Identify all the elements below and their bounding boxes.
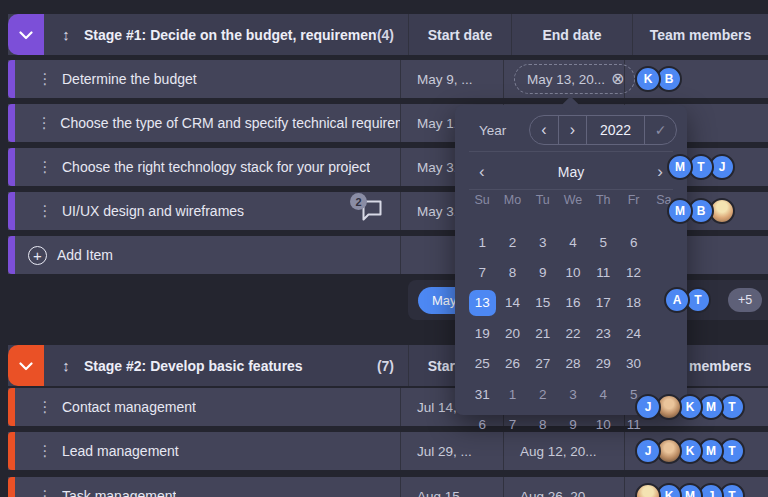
avatar[interactable]: J [635, 438, 661, 464]
calendar-day[interactable]: 30 [618, 349, 648, 379]
calendar-day[interactable]: 28 [558, 349, 588, 379]
row-menu-icon[interactable]: ⋮ [36, 442, 54, 460]
start-date-value[interactable]: May 9, ... [417, 72, 473, 87]
avatar-photo[interactable] [635, 483, 661, 497]
month-name: May [455, 164, 687, 180]
avatar-overflow-badge[interactable]: +5 [728, 288, 762, 312]
calendar-day[interactable]: 4 [588, 379, 618, 409]
calendar-day[interactable]: 26 [497, 349, 527, 379]
task-name[interactable]: UI/UX design and wireframes [62, 203, 244, 219]
avatar[interactable]: J [635, 394, 661, 420]
task-name[interactable]: Choose the right technology stack for yo… [62, 159, 370, 175]
task-name[interactable]: Contact management [62, 399, 196, 415]
popup-caret [561, 96, 579, 114]
calendar-day[interactable]: 6 [467, 409, 497, 439]
weekday-label: We [558, 193, 588, 207]
calendar-day[interactable]: 25 [467, 349, 497, 379]
task-name[interactable]: Task management [62, 488, 176, 497]
drag-handle-icon[interactable]: ↕ [58, 26, 74, 43]
weekday-label: Fr [618, 193, 648, 207]
calendar-day[interactable]: 20 [497, 318, 527, 348]
column-header-team-members[interactable]: Team members [633, 14, 768, 55]
date-picker-popup: Year ‹ › 2022 ✓ ‹ May › SuMoTuWeThFrSa 1… [455, 105, 687, 415]
team-members-cell: KB [625, 60, 760, 98]
calendar-day[interactable]: 11 [588, 257, 618, 287]
calendar-day[interactable]: 8 [528, 409, 558, 439]
chat-count-badge: 2 [350, 193, 367, 210]
calendar-day[interactable]: 19 [467, 318, 497, 348]
add-item-label: Add Item [57, 247, 113, 263]
year-input[interactable]: 2022 [586, 116, 644, 144]
calendar-day[interactable]: 22 [558, 318, 588, 348]
row-menu-icon[interactable]: ⋮ [36, 398, 54, 416]
calendar-day[interactable]: 9 [558, 409, 588, 439]
calendar-day[interactable]: 17 [588, 288, 618, 318]
calendar-day[interactable]: 24 [618, 318, 648, 348]
group-title[interactable]: Stage #1: Decide on the budget, requirem… [84, 27, 377, 43]
calendar-day[interactable]: 27 [528, 349, 558, 379]
end-date-value[interactable]: Aug 26, 20... [520, 489, 597, 497]
calendar-day[interactable]: 21 [528, 318, 558, 348]
calendar-day[interactable]: 4 [558, 227, 588, 257]
avatar[interactable]: A [664, 287, 690, 313]
calendar-day[interactable]: 1 [497, 379, 527, 409]
calendar-day[interactable]: 3 [558, 379, 588, 409]
avatar[interactable]: M [667, 198, 693, 224]
column-header-end-date[interactable]: End date [512, 14, 633, 55]
start-date-value[interactable]: Jul 29, ... [417, 444, 472, 459]
team-members-cell: JKMT [625, 432, 760, 470]
calendar-day[interactable]: 5 [588, 227, 618, 257]
group-item-count: (7) [377, 358, 394, 374]
calendar-day[interactable]: 12 [618, 257, 648, 287]
end-date-editing-pill[interactable]: May 13, 20... ⊗ [514, 64, 635, 94]
month-prev-icon[interactable]: ‹ [479, 162, 485, 182]
collapse-group-button[interactable] [8, 345, 44, 386]
calendar-day[interactable]: 6 [618, 227, 648, 257]
calendar-day[interactable]: 10 [588, 409, 618, 439]
row-menu-icon[interactable]: ⋮ [36, 158, 54, 176]
calendar-day[interactable]: 2 [528, 379, 558, 409]
year-prev-button[interactable]: ‹ [530, 116, 558, 144]
year-next-button[interactable]: › [558, 116, 586, 144]
table-row: ⋮ Determine the budget May 9, ... May 13… [8, 60, 768, 98]
calendar-day[interactable]: 9 [528, 257, 558, 287]
row-menu-icon[interactable]: ⋮ [36, 114, 52, 132]
calendar-day[interactable]: 10 [558, 257, 588, 287]
end-date-value[interactable]: Aug 12, 20... [520, 444, 597, 459]
row-menu-icon[interactable]: ⋮ [36, 487, 54, 497]
group-title[interactable]: Stage #2: Develop basic features [84, 358, 377, 374]
clear-date-icon[interactable]: ⊗ [611, 71, 624, 87]
year-stepper: ‹ › 2022 ✓ [529, 115, 677, 145]
calendar-day[interactable]: 31 [467, 379, 497, 409]
calendar-day[interactable]: 23 [588, 318, 618, 348]
calendar-day[interactable]: 7 [497, 409, 527, 439]
task-name[interactable]: Determine the budget [62, 71, 197, 87]
calendar-day[interactable]: 14 [497, 288, 527, 318]
calendar-day[interactable]: 8 [497, 257, 527, 287]
selected-day[interactable]: 13 [469, 290, 496, 316]
calendar-day[interactable]: 16 [558, 288, 588, 318]
year-confirm-icon[interactable]: ✓ [644, 116, 676, 144]
calendar-day[interactable]: 2 [497, 227, 527, 257]
avatar[interactable]: K [635, 66, 661, 92]
row-menu-icon[interactable]: ⋮ [36, 70, 54, 88]
weekday-label: Th [588, 193, 618, 207]
calendar-day[interactable]: 29 [588, 349, 618, 379]
task-name[interactable]: Choose the type of CRM and specify techn… [60, 115, 400, 131]
calendar-day[interactable]: 3 [528, 227, 558, 257]
chat-bubble-icon[interactable]: 2 [360, 199, 386, 223]
calendar-day[interactable]: 7 [467, 257, 497, 287]
task-name[interactable]: Lead management [62, 443, 179, 459]
month-next-icon[interactable]: › [657, 162, 663, 182]
collapse-group-button[interactable] [8, 14, 44, 55]
calendar-day[interactable]: 18 [618, 288, 648, 318]
start-date-value[interactable]: Aug 15, ... [417, 489, 479, 497]
weekday-label: Tu [528, 193, 558, 207]
calendar-day[interactable]: 1 [467, 227, 497, 257]
column-header-start-date[interactable]: Start date [409, 14, 512, 55]
calendar-day[interactable]: 15 [528, 288, 558, 318]
row-menu-icon[interactable]: ⋮ [36, 202, 54, 220]
calendar-day[interactable]: 13 [467, 288, 497, 318]
avatar[interactable]: M [667, 154, 693, 180]
drag-handle-icon[interactable]: ↕ [58, 357, 74, 374]
